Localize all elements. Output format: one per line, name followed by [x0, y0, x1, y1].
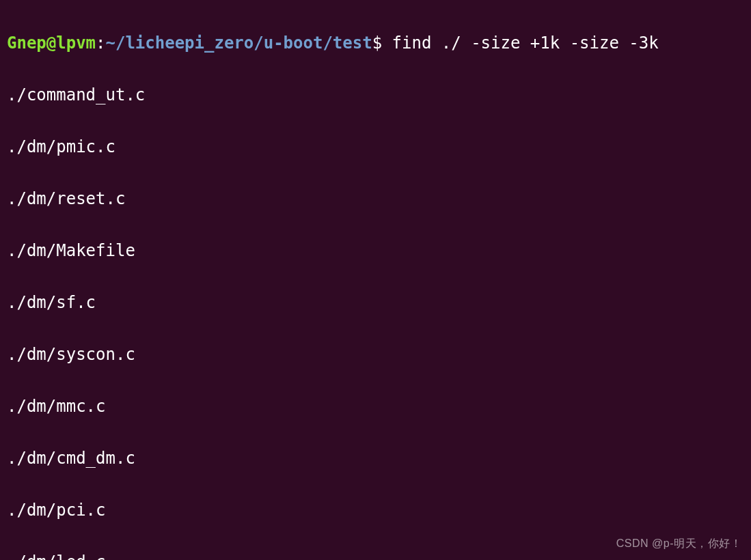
- output-line: ./dm/reset.c: [7, 186, 744, 212]
- output-line: ./dm/sf.c: [7, 290, 744, 316]
- output-line: ./dm/pci.c: [7, 497, 744, 523]
- output-line: ./dm/syscon.c: [7, 341, 744, 367]
- output-line: ./dm/led.c: [7, 549, 744, 560]
- watermark-text: CSDN @p-明天，你好！: [616, 538, 741, 549]
- command-text: find ./ -size +1k -size -3k: [392, 33, 659, 53]
- prompt-host: lpvm: [56, 33, 96, 53]
- output-line: ./dm/pmic.c: [7, 134, 744, 160]
- output-line: ./dm/cmd_dm.c: [7, 445, 744, 471]
- output-line: ./dm/mmc.c: [7, 393, 744, 419]
- prompt-dollar: $: [372, 33, 382, 53]
- terminal-window[interactable]: Gnep@lpvm:~/licheepi_zero/u-boot/test$ f…: [0, 0, 751, 560]
- prompt-user: Gnep: [7, 33, 46, 53]
- prompt-at: @: [46, 33, 56, 53]
- prompt-colon: :: [96, 33, 105, 53]
- output-line: ./command_ut.c: [7, 82, 744, 108]
- command-line-1: Gnep@lpvm:~/licheepi_zero/u-boot/test$ f…: [7, 30, 744, 56]
- output-line: ./dm/Makefile: [7, 238, 744, 264]
- prompt-path: ~/licheepi_zero/u-boot/test: [106, 33, 372, 53]
